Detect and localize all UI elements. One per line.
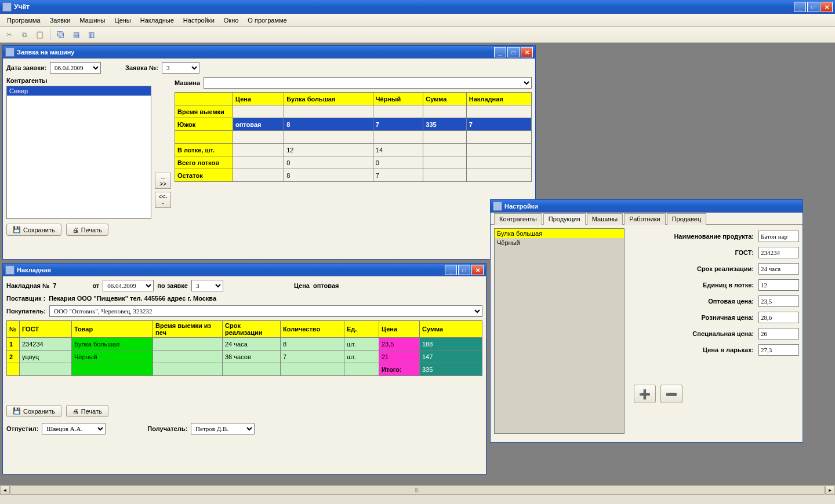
tab-products[interactable]: Продукция bbox=[543, 213, 586, 225]
date-label: Дата заявки: bbox=[6, 64, 46, 71]
product-name-label: Наименование продукта: bbox=[674, 233, 754, 240]
col-sum: Сумма bbox=[423, 93, 467, 105]
released-select[interactable]: Швецов А.А. bbox=[42, 423, 106, 434]
opt-input[interactable] bbox=[758, 295, 799, 307]
product-item-selected[interactable]: Булка большая bbox=[495, 229, 624, 238]
scroll-thumb[interactable] bbox=[10, 485, 825, 495]
menu-about[interactable]: О программе bbox=[244, 16, 290, 25]
move-left-button[interactable]: <<-- bbox=[155, 192, 171, 208]
kiosk-label: Цена в ларьках: bbox=[703, 346, 754, 353]
tab-seller[interactable]: Продавец bbox=[667, 213, 707, 225]
menu-window[interactable]: Окно bbox=[220, 16, 242, 25]
buyer-select[interactable]: ООО "Оптовик", Череповец, 323232 bbox=[49, 305, 482, 317]
invoice-save-button[interactable]: 💾Сохранить bbox=[6, 405, 61, 417]
save-icon: 💾 bbox=[13, 226, 21, 233]
menu-invoices[interactable]: Накладные bbox=[137, 16, 177, 25]
remove-icon: ➖ bbox=[666, 389, 677, 400]
move-right-button[interactable]: -->> bbox=[155, 173, 171, 189]
copy-icon[interactable]: ⧉ bbox=[19, 29, 30, 41]
remove-product-button[interactable]: ➖ bbox=[660, 385, 682, 403]
invoice-grid[interactable]: № ГОСТ Товар Время выемки из печ Срок ре… bbox=[6, 320, 482, 376]
request-maximize-button[interactable]: □ bbox=[507, 47, 520, 57]
close-button[interactable]: ✕ bbox=[821, 2, 833, 12]
add-product-button[interactable]: ➕ bbox=[634, 385, 656, 403]
menu-machines[interactable]: Машины bbox=[76, 16, 108, 25]
request-grid[interactable]: Цена Булка большая Чёрный Сумма Накладна… bbox=[175, 92, 532, 182]
paste-icon[interactable]: 📋 bbox=[34, 29, 45, 41]
gost-input[interactable] bbox=[758, 247, 799, 258]
products-list[interactable]: Булка большая Чёрный bbox=[494, 228, 625, 434]
receiver-label: Получатель: bbox=[147, 425, 187, 432]
srok-input[interactable] bbox=[758, 263, 799, 275]
spec-label: Специальная цена: bbox=[692, 330, 754, 337]
spec-input[interactable] bbox=[758, 328, 799, 339]
reqno-label: Заявка №: bbox=[125, 64, 158, 71]
menu-program[interactable]: Программа bbox=[3, 16, 44, 25]
kiosk-input[interactable] bbox=[758, 344, 799, 356]
menu-prices[interactable]: Цены bbox=[111, 16, 135, 25]
workspace-scrollbar[interactable]: ◄ ► bbox=[0, 485, 835, 495]
receiver-select[interactable]: Петров Д.В. bbox=[191, 423, 255, 434]
retail-input[interactable] bbox=[758, 312, 799, 323]
add-icon: ➕ bbox=[639, 389, 651, 400]
from-label: от bbox=[92, 282, 99, 289]
tile-vertical-icon[interactable]: ▥ bbox=[85, 29, 97, 41]
contragents-list[interactable]: Север bbox=[6, 86, 151, 219]
request-window: Заявка на машину _ □ ✕ Дата заявки: 06.0… bbox=[2, 45, 536, 260]
opt-label: Оптовая цена: bbox=[708, 298, 754, 305]
printer-icon: 🖨 bbox=[72, 408, 79, 415]
menubar: Программа Заявки Машины Цены Накладные Н… bbox=[0, 14, 835, 27]
request-titlebar[interactable]: Заявка на машину _ □ ✕ bbox=[3, 46, 535, 59]
tab-workers[interactable]: Работники bbox=[624, 213, 665, 225]
reqno-select[interactable]: 3 bbox=[162, 62, 199, 74]
cascade-icon[interactable]: ⿻ bbox=[55, 29, 67, 41]
tray-label: Единиц в лотке: bbox=[703, 282, 754, 288]
invoice-window-icon bbox=[5, 265, 14, 275]
tile-horizontal-icon[interactable]: ▤ bbox=[70, 29, 82, 41]
request-title: Заявка на машину bbox=[17, 49, 494, 56]
tab-machines[interactable]: Машины bbox=[587, 213, 623, 225]
settings-title: Настройки bbox=[504, 203, 800, 210]
maximize-button[interactable]: □ bbox=[807, 2, 819, 12]
invoice-minimize-button[interactable]: _ bbox=[445, 265, 457, 275]
save-button[interactable]: 💾Сохранить bbox=[6, 224, 61, 236]
byreq-label: по заявке bbox=[157, 282, 188, 289]
product-item[interactable]: Чёрный bbox=[495, 238, 624, 247]
machine-select[interactable] bbox=[204, 77, 532, 89]
request-close-button[interactable]: ✕ bbox=[521, 47, 533, 57]
byreq-select[interactable]: 3 bbox=[191, 280, 223, 291]
invoice-maximize-button[interactable]: □ bbox=[458, 265, 470, 275]
minimize-button[interactable]: _ bbox=[794, 2, 806, 12]
menu-settings[interactable]: Настройки bbox=[180, 16, 218, 25]
settings-window: Настройки Контрагенты Продукция Машины Р… bbox=[490, 199, 803, 443]
invno-label: Накладная № bbox=[6, 282, 49, 289]
scroll-right-icon[interactable]: ► bbox=[825, 485, 835, 495]
invoice-titlebar[interactable]: Накладная _ □ ✕ bbox=[3, 264, 486, 276]
invno-value: 7 bbox=[53, 282, 56, 289]
settings-titlebar[interactable]: Настройки bbox=[491, 200, 803, 213]
col-black: Чёрный bbox=[373, 93, 423, 105]
menu-requests[interactable]: Заявки bbox=[46, 16, 74, 25]
invoice-print-button[interactable]: 🖨Печать bbox=[66, 405, 108, 417]
scroll-left-icon[interactable]: ◄ bbox=[0, 485, 10, 495]
supplier-label: Поставщик : bbox=[6, 295, 45, 302]
contragent-item[interactable]: Север bbox=[7, 86, 151, 96]
buyer-label: Покупатель: bbox=[6, 308, 46, 315]
gost-label: ГОСТ: bbox=[735, 249, 754, 256]
print-button[interactable]: 🖨Печать bbox=[66, 224, 108, 236]
printer-icon: 🖨 bbox=[72, 227, 79, 233]
request-window-icon bbox=[5, 48, 14, 57]
col-bulka: Булка большая bbox=[284, 93, 373, 105]
tray-input[interactable] bbox=[758, 279, 799, 291]
date-picker[interactable]: 06.04.2009 bbox=[50, 62, 101, 74]
tab-contragents[interactable]: Контрагенты bbox=[494, 213, 542, 225]
supplier-value: Пекария ООО "Пищевик" тел. 445566 адрес … bbox=[49, 295, 216, 302]
mdi-workspace: Заявка на машину _ □ ✕ Дата заявки: 06.0… bbox=[0, 43, 835, 495]
contragents-label: Контрагенты bbox=[6, 77, 151, 84]
invoice-date-picker[interactable]: 06.04.2009 bbox=[103, 280, 154, 291]
invoice-close-button[interactable]: ✕ bbox=[471, 265, 484, 275]
toolbar: ✂ ⧉ 📋 ⿻ ▤ ▥ bbox=[0, 27, 835, 43]
product-name-input[interactable] bbox=[758, 231, 799, 242]
request-minimize-button[interactable]: _ bbox=[494, 47, 506, 57]
cut-icon[interactable]: ✂ bbox=[3, 29, 15, 41]
